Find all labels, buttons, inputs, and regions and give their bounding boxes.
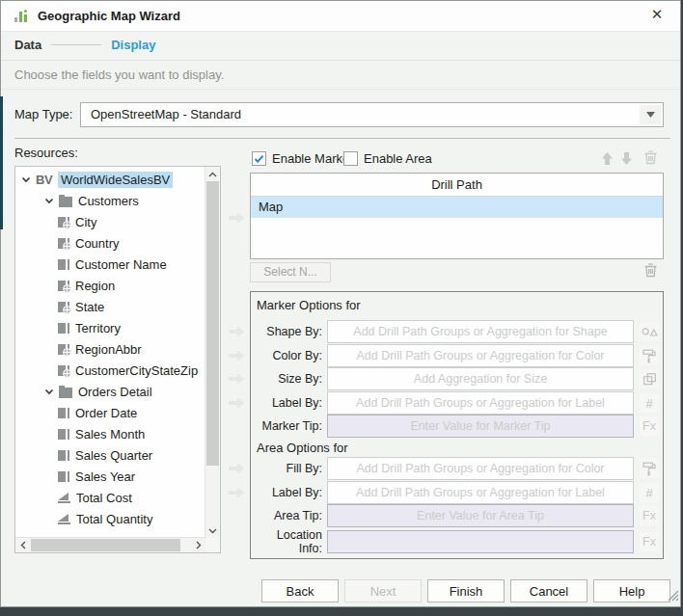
tree-item-worldwidesalesbv[interactable]: BV WorldWideSalesBV [15, 169, 205, 190]
formula-icon[interactable]: Fx [640, 506, 659, 525]
checkbox-checked-icon[interactable] [252, 151, 266, 166]
tree-horizontal-scrollbar[interactable] [15, 537, 205, 552]
select-n-button[interactable]: Select N... [250, 262, 331, 282]
step-display[interactable]: Display [111, 38, 155, 52]
add-to-fill-arrow-icon[interactable] [229, 461, 245, 478]
add-to-drill-path-arrow-icon[interactable] [229, 210, 245, 228]
finish-button[interactable]: Finish [427, 579, 505, 603]
column-icon [58, 408, 69, 418]
close-icon[interactable]: ✕ [647, 6, 667, 23]
location-info-field[interactable] [327, 530, 634, 553]
tree-item-regionabbr[interactable]: RegionAbbr [15, 338, 205, 360]
step-data[interactable]: Data [14, 38, 41, 52]
tree-item-country[interactable]: Country [15, 232, 205, 254]
fill-by-field[interactable] [327, 457, 634, 480]
shape-by-row: Shape By: [255, 321, 659, 342]
tree-item-label: Sales Year [75, 469, 135, 484]
column-icon [58, 450, 69, 461]
move-up-icon[interactable] [598, 149, 615, 167]
area-tip-field[interactable] [327, 504, 634, 527]
size-by-field[interactable] [327, 367, 634, 390]
add-to-color-arrow-icon[interactable] [229, 348, 245, 365]
shape-by-field[interactable] [327, 320, 634, 343]
paint-roller-icon[interactable] [640, 346, 659, 365]
delete-drill-path-icon[interactable] [642, 261, 659, 279]
tree-item-sales-month[interactable]: Sales Month [15, 423, 205, 444]
step-connector [51, 44, 101, 45]
resize-grip[interactable] [667, 588, 679, 605]
size-icon[interactable] [640, 369, 659, 388]
tree-item-label: RegionAbbr [75, 342, 142, 357]
color-by-row: Color By: [255, 345, 659, 366]
chevron-down-icon[interactable] [44, 197, 56, 205]
chevron-down-icon[interactable] [44, 388, 56, 396]
dialog-title: Geographic Map Wizard [38, 9, 180, 23]
tree-item-total-quantity[interactable]: Total Quantity [15, 508, 205, 529]
geo-field-icon [58, 281, 69, 291]
formula-icon[interactable]: Fx [640, 416, 659, 436]
enable-marker-checkbox[interactable]: Enable Marker [252, 151, 354, 166]
tree-item-label: Sales Month [75, 427, 145, 442]
paint-roller-icon[interactable] [640, 459, 659, 478]
add-to-label-arrow-icon[interactable] [229, 395, 245, 413]
tree-vertical-scrollbar[interactable] [205, 167, 220, 538]
area-label-by-row: Label By: # [255, 482, 659, 503]
tree-item-orders-detail[interactable]: Orders Detail [15, 381, 205, 402]
area-label-by-field[interactable] [327, 481, 634, 504]
scroll-down-icon[interactable] [205, 523, 220, 538]
label-by-row: Label By: # [255, 392, 659, 414]
map-type-value: OpenStreetMap - Standard [91, 103, 241, 126]
scroll-right-icon[interactable] [191, 538, 205, 552]
scroll-up-icon[interactable] [205, 167, 220, 181]
scrollbar-corner [205, 538, 220, 552]
cancel-button[interactable]: Cancel [510, 579, 587, 603]
tree-item-customers[interactable]: Customers [15, 190, 205, 211]
wizard-app-icon [14, 9, 29, 24]
add-to-shape-arrow-icon[interactable] [229, 324, 245, 341]
checkbox-unchecked-icon[interactable] [343, 151, 358, 166]
tree-item-label: Territory [75, 321, 121, 335]
tree-item-city[interactable]: City [15, 211, 205, 232]
tree-item-state[interactable]: State [15, 296, 205, 317]
back-button[interactable]: Back [261, 579, 339, 603]
column-icon [58, 259, 69, 270]
add-to-area-label-arrow-icon[interactable] [229, 485, 245, 502]
map-type-select[interactable]: OpenStreetMap - Standard [80, 102, 664, 127]
chevron-down-icon[interactable] [640, 105, 661, 124]
enable-area-checkbox[interactable]: Enable Area [343, 151, 432, 166]
tree-items: BV WorldWideSalesBV Customers City Count… [15, 169, 205, 538]
fill-by-row: Fill By: [255, 458, 659, 479]
drill-path-row-map[interactable]: Map [251, 197, 663, 218]
folder-icon [59, 195, 72, 207]
tree-item-customer-name[interactable]: Customer Name [15, 254, 205, 275]
number-icon[interactable]: # [640, 393, 659, 413]
add-to-size-arrow-icon[interactable] [229, 371, 245, 388]
tree-item-customercitystatezip[interactable]: CustomerCityStateZip [15, 360, 205, 381]
tree-item-sales-quarter[interactable]: Sales Quarter [15, 444, 205, 466]
number-icon[interactable]: # [640, 483, 659, 502]
delete-icon[interactable] [642, 148, 659, 166]
next-button[interactable]: Next [344, 579, 422, 603]
scrollbar-thumb[interactable] [31, 539, 180, 551]
formula-icon[interactable]: Fx [640, 532, 659, 551]
scrollbar-thumb[interactable] [206, 181, 219, 466]
scroll-left-icon[interactable] [15, 538, 30, 552]
area-tip-row: Area Tip: Fx [255, 505, 659, 526]
tree-item-label: Orders Detail [78, 385, 152, 399]
tree-item-total-cost[interactable]: Total Cost [15, 487, 205, 508]
help-button[interactable]: Help [593, 579, 670, 603]
wizard-subtitle: Choose the fields you want to display. [1, 60, 680, 90]
marker-options-title: Marker Options for [257, 298, 361, 312]
chevron-down-icon[interactable] [21, 175, 33, 184]
label-by-field[interactable] [327, 391, 634, 415]
color-by-field[interactable] [327, 344, 634, 367]
tree-item-label: State [75, 300, 104, 314]
shape-icon[interactable] [640, 322, 659, 341]
tree-item-sales-year[interactable]: Sales Year [15, 466, 205, 487]
move-down-icon[interactable] [617, 149, 635, 167]
tree-item-territory[interactable]: Territory [15, 317, 205, 338]
marker-tip-field[interactable] [327, 415, 634, 438]
tree-item-region[interactable]: Region [15, 275, 205, 296]
label-by-label: Label By: [255, 396, 327, 410]
tree-item-order-date[interactable]: Order Date [15, 402, 205, 423]
